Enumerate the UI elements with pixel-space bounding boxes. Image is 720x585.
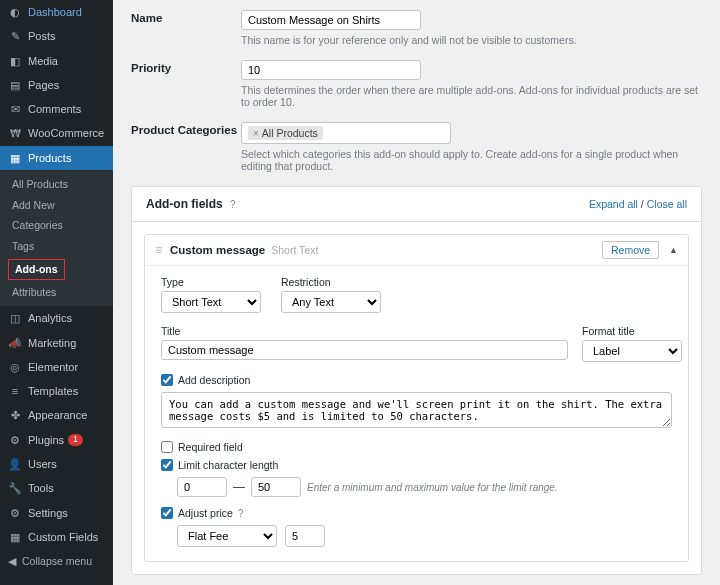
limit-max-input[interactable] [251, 477, 301, 497]
sidebar-item-label: Comments [28, 102, 81, 116]
sidebar-item-label: Posts [28, 29, 56, 43]
title-input[interactable] [161, 340, 568, 360]
sidebar-item-woocommerce[interactable]: ₩WooCommerce [0, 121, 113, 145]
limit-length-checkbox[interactable] [161, 459, 173, 471]
templates-icon: ≡ [8, 384, 22, 398]
sidebar-subitem-all-products[interactable]: All Products [0, 174, 113, 195]
sidebar-item-label: Appearance [28, 408, 87, 422]
adjust-price-label: Adjust price [178, 507, 233, 519]
sidebar-item-templates[interactable]: ≡Templates [0, 379, 113, 403]
name-label: Name [131, 10, 241, 46]
sidebar-item-label: Tools [28, 481, 54, 495]
help-icon[interactable]: ? [230, 199, 236, 210]
sidebar-item-label: Media [28, 54, 58, 68]
sidebar-item-media[interactable]: ◧Media [0, 49, 113, 73]
description-textarea[interactable]: You can add a custom message and we'll s… [161, 392, 672, 428]
sidebar-item-pages[interactable]: ▤Pages [0, 73, 113, 97]
sidebar-subitem-add-new[interactable]: Add New [0, 195, 113, 216]
custom-fields-icon: ▦ [8, 530, 22, 544]
sidebar-item-dashboard[interactable]: ◐Dashboard [0, 0, 113, 24]
addon-fields-panel: Add-on fields ? Expand all / Close all ≡… [131, 186, 702, 575]
sidebar-item-comments[interactable]: ✉Comments [0, 97, 113, 121]
tools-icon: 🔧 [8, 481, 22, 495]
name-input[interactable] [241, 10, 421, 30]
addon-name: Custom message [170, 244, 265, 256]
format-title-select[interactable]: Label [582, 340, 682, 362]
sidebar-item-marketing[interactable]: 📣Marketing [0, 331, 113, 355]
fee-value-input[interactable] [285, 525, 325, 547]
sidebar-item-analytics[interactable]: ◫Analytics [0, 306, 113, 330]
panel-title: Add-on fields [146, 197, 223, 211]
sidebar-item-label: Pages [28, 78, 59, 92]
format-title-label: Format title [582, 325, 672, 337]
priority-description: This determines the order when there are… [241, 84, 702, 108]
category-tag[interactable]: ×All Products [248, 126, 323, 140]
title-label: Title [161, 325, 568, 337]
media-icon: ◧ [8, 54, 22, 68]
collapse-icon: ◀ [8, 555, 16, 567]
add-description-label: Add description [178, 374, 250, 386]
adjust-price-checkbox[interactable] [161, 507, 173, 519]
sidebar-item-posts[interactable]: ✎Posts [0, 24, 113, 48]
restriction-label: Restriction [281, 276, 381, 288]
categories-label: Product Categories [131, 122, 241, 172]
sidebar-item-label: Dashboard [28, 5, 82, 19]
sidebar-item-users[interactable]: 👤Users [0, 452, 113, 476]
collapse-menu-button[interactable]: ◀Collapse menu [0, 549, 113, 573]
fee-type-select[interactable]: Flat Fee [177, 525, 277, 547]
settings-icon: ⚙ [8, 506, 22, 520]
add-description-checkbox[interactable] [161, 374, 173, 386]
sidebar-item-label: Products [28, 151, 71, 165]
posts-icon: ✎ [8, 29, 22, 43]
woocommerce-icon: ₩ [8, 127, 22, 141]
limit-length-label: Limit character length [178, 459, 278, 471]
pages-icon: ▤ [8, 78, 22, 92]
remove-tag-icon[interactable]: × [253, 128, 259, 139]
plugins-icon: ⚙ [8, 433, 22, 447]
sidebar-item-label: Settings [28, 506, 68, 520]
sidebar-item-settings[interactable]: ⚙Settings [0, 501, 113, 525]
sidebar-item-custom-fields[interactable]: ▦Custom Fields [0, 525, 113, 549]
drag-handle-icon[interactable]: ≡ [155, 243, 162, 257]
priority-label: Priority [131, 60, 241, 108]
appearance-icon: ✤ [8, 409, 22, 423]
sidebar-item-products[interactable]: ▦Products [0, 146, 113, 170]
type-select[interactable]: Short Text [161, 291, 261, 313]
marketing-icon: 📣 [8, 336, 22, 350]
addon-type-hint: Short Text [271, 244, 318, 256]
sidebar-subitem-tags[interactable]: Tags [0, 236, 113, 257]
restriction-select[interactable]: Any Text [281, 291, 381, 313]
sidebar-item-label: Users [28, 457, 57, 471]
required-field-checkbox[interactable] [161, 441, 173, 453]
limit-min-input[interactable] [177, 477, 227, 497]
sidebar-subitem-categories[interactable]: Categories [0, 215, 113, 236]
collapse-label: Collapse menu [22, 555, 92, 567]
adjust-price-help-icon[interactable]: ? [238, 507, 244, 519]
sidebar-item-elementor[interactable]: ◎Elementor [0, 355, 113, 379]
sidebar-item-appearance[interactable]: ✤Appearance [0, 403, 113, 427]
sidebar-item-label: Custom Fields [28, 530, 98, 544]
sidebar-item-label: Analytics [28, 311, 72, 325]
remove-addon-button[interactable]: Remove [602, 241, 659, 259]
sidebar-item-label: Templates [28, 384, 78, 398]
required-field-label: Required field [178, 441, 243, 453]
priority-input[interactable] [241, 60, 421, 80]
dashboard-icon: ◐ [8, 5, 22, 19]
limit-dash: — [233, 480, 245, 494]
sidebar-item-plugins[interactable]: ⚙Plugins1 [0, 428, 113, 452]
sidebar-subitem-attributes[interactable]: Attributes [0, 282, 113, 303]
categories-field[interactable]: ×All Products [241, 122, 451, 144]
close-all-link[interactable]: Close all [647, 198, 687, 210]
sidebar-subitem-add-ons[interactable]: Add-ons [8, 259, 65, 280]
sidebar-item-tools[interactable]: 🔧Tools [0, 476, 113, 500]
sidebar-item-label: Marketing [28, 336, 76, 350]
products-submenu: All Products Add New Categories Tags Add… [0, 170, 113, 306]
link-separator: / [638, 198, 647, 210]
admin-sidebar: ◐Dashboard ✎Posts ◧Media ▤Pages ✉Comment… [0, 0, 113, 585]
products-icon: ▦ [8, 151, 22, 165]
expand-all-link[interactable]: Expand all [589, 198, 638, 210]
type-label: Type [161, 276, 261, 288]
analytics-icon: ◫ [8, 311, 22, 325]
collapse-addon-icon[interactable]: ▲ [669, 245, 678, 255]
addon-card-header: ≡ Custom message Short Text Remove ▲ [145, 235, 688, 266]
